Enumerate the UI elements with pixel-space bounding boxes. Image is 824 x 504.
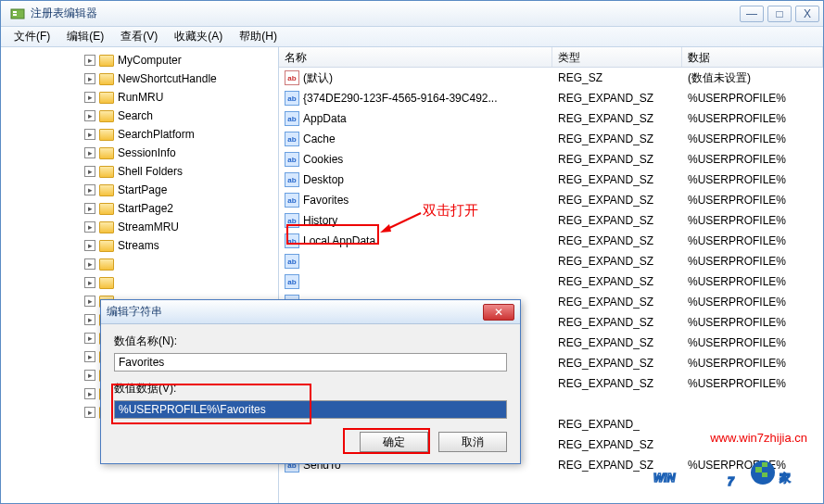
row-type: REG_SZ (552, 71, 682, 84)
expand-icon[interactable]: ▸ (84, 296, 95, 307)
expand-icon[interactable]: ▸ (84, 258, 95, 270)
expand-icon[interactable]: ▸ (84, 166, 95, 177)
menu-view[interactable]: 查看(V) (113, 27, 165, 46)
expand-icon[interactable]: ▸ (84, 333, 95, 344)
tree-label: StreamMRU (118, 220, 179, 233)
row-data: %USERPROFILE% (682, 132, 823, 145)
reg-expand-icon: ab (285, 274, 299, 289)
row-name: Local AppData (303, 234, 375, 247)
reg-expand-icon: ab (285, 172, 299, 187)
expand-icon[interactable]: ▸ (84, 92, 95, 103)
tree-label: StartPage (118, 183, 167, 196)
expand-icon[interactable]: ▸ (84, 277, 95, 288)
list-row[interactable]: abREG_EXPAND_SZ%USERPROFILE% (279, 271, 823, 292)
list-row[interactable]: abREG_EXPAND_SZ%USERPROFILE% (279, 251, 823, 271)
expand-icon[interactable]: ▸ (84, 407, 95, 418)
row-type: REG_EXPAND_SZ (552, 173, 682, 186)
reg-expand-icon: ab (285, 91, 299, 106)
tree-node[interactable]: ▸StartPage (1, 181, 278, 199)
row-type: REG_EXPAND_SZ (552, 92, 682, 105)
list-row[interactable]: abHistoryREG_EXPAND_SZ%USERPROFILE% (279, 210, 823, 231)
row-data: %USERPROFILE% (682, 275, 823, 288)
tree-node[interactable]: ▸StartPage2 (1, 199, 278, 218)
row-data: (数值未设置) (682, 70, 823, 86)
cancel-button[interactable]: 取消 (438, 432, 507, 452)
folder-icon (99, 55, 114, 67)
list-header: 名称 类型 数据 (279, 47, 823, 68)
tree-node[interactable]: ▸ (1, 255, 278, 273)
maximize-button[interactable]: □ (767, 6, 792, 22)
expand-icon[interactable]: ▸ (84, 110, 95, 121)
tree-node[interactable]: ▸NewShortcutHandle (1, 69, 278, 88)
list-row[interactable]: abDesktopREG_EXPAND_SZ%USERPROFILE% (279, 170, 823, 190)
value-data-field[interactable]: %USERPROFILE%\Favorites (114, 400, 507, 419)
row-data: %USERPROFILE% (682, 214, 823, 227)
row-name: Cookies (303, 153, 343, 166)
window-title: 注册表编辑器 (31, 6, 740, 21)
col-name[interactable]: 名称 (279, 47, 552, 67)
tree-node[interactable]: ▸SearchPlatform (1, 125, 278, 144)
expand-icon[interactable]: ▸ (84, 203, 95, 214)
expand-icon[interactable]: ▸ (84, 221, 95, 233)
row-data: %USERPROFILE% (682, 173, 823, 186)
row-name: {374DE290-123F-4565-9164-39C492... (303, 92, 497, 105)
expand-icon[interactable]: ▸ (84, 314, 95, 325)
reg-expand-icon: ab (285, 132, 299, 146)
list-row[interactable]: abFavoritesREG_EXPAND_SZ%USERPROFILE% (279, 190, 823, 210)
tree-node[interactable]: ▸ (1, 273, 278, 292)
reg-expand-icon: ab (285, 193, 299, 208)
menu-favorites[interactable]: 收藏夹(A) (167, 27, 230, 46)
folder-icon (99, 147, 114, 159)
ok-button[interactable]: 确定 (360, 432, 428, 452)
minimize-button[interactable]: — (740, 6, 764, 22)
tree-label: StartPage2 (118, 202, 173, 215)
row-name: Favorites (303, 194, 349, 207)
dialog-titlebar[interactable]: 编辑字符串 ✕ (101, 300, 520, 324)
tree-node[interactable]: ▸MyComputer (1, 51, 278, 69)
expand-icon[interactable]: ▸ (84, 129, 95, 140)
expand-icon[interactable]: ▸ (84, 73, 95, 84)
expand-icon[interactable]: ▸ (84, 351, 95, 362)
menu-file[interactable]: 文件(F) (6, 27, 57, 46)
col-data[interactable]: 数据 (682, 47, 823, 67)
expand-icon[interactable]: ▸ (84, 147, 95, 158)
expand-icon[interactable]: ▸ (84, 370, 95, 381)
row-data: %USERPROFILE% (682, 316, 823, 329)
folder-icon (99, 203, 114, 215)
list-row[interactable]: abAppDataREG_EXPAND_SZ%USERPROFILE% (279, 108, 823, 129)
expand-icon[interactable]: ▸ (84, 240, 95, 251)
menu-edit[interactable]: 编辑(E) (59, 27, 111, 46)
folder-icon (99, 258, 114, 271)
row-name: Desktop (303, 173, 344, 186)
expand-icon[interactable]: ▸ (84, 388, 95, 399)
tree-node[interactable]: ▸StreamMRU (1, 218, 278, 236)
expand-icon[interactable]: ▸ (84, 184, 95, 195)
row-data: %USERPROFILE% (682, 255, 823, 268)
col-type[interactable]: 类型 (552, 47, 682, 67)
tree-node[interactable]: ▸Shell Folders (1, 162, 278, 181)
dialog-close-button[interactable]: ✕ (483, 304, 514, 321)
list-row[interactable]: abCookiesREG_EXPAND_SZ%USERPROFILE% (279, 149, 823, 170)
expand-icon[interactable]: ▸ (84, 55, 95, 66)
row-type: REG_EXPAND_SZ (552, 234, 682, 247)
row-type: REG_EXPAND_SZ (552, 153, 682, 166)
close-button[interactable]: X (795, 6, 819, 22)
tree-node[interactable]: ▸RunMRU (1, 88, 278, 107)
list-row[interactable]: abCacheREG_EXPAND_SZ%USERPROFILE% (279, 129, 823, 149)
menu-help[interactable]: 帮助(H) (232, 27, 285, 46)
reg-expand-icon: ab (285, 111, 299, 126)
tree-node[interactable]: ▸Search (1, 107, 278, 125)
tree-label: SearchPlatform (118, 128, 195, 141)
tree-label: MyComputer (118, 54, 182, 67)
tree-node[interactable]: ▸SessionInfo (1, 144, 278, 162)
list-row[interactable]: ab{374DE290-123F-4565-9164-39C492...REG_… (279, 88, 823, 108)
tree-node[interactable]: ▸Streams (1, 236, 278, 255)
value-name-field[interactable]: Favorites (114, 353, 507, 372)
dialog-title: 编辑字符串 (107, 304, 483, 320)
row-type: REG_EXPAND_SZ (552, 357, 682, 370)
list-row[interactable]: ab(默认)REG_SZ(数值未设置) (279, 68, 823, 88)
row-type: REG_EXPAND_SZ (552, 316, 682, 329)
row-data: %USERPROFILE% (682, 92, 823, 105)
folder-icon (99, 110, 114, 122)
list-row[interactable]: abLocal AppDataREG_EXPAND_SZ%USERPROFILE… (279, 231, 823, 251)
